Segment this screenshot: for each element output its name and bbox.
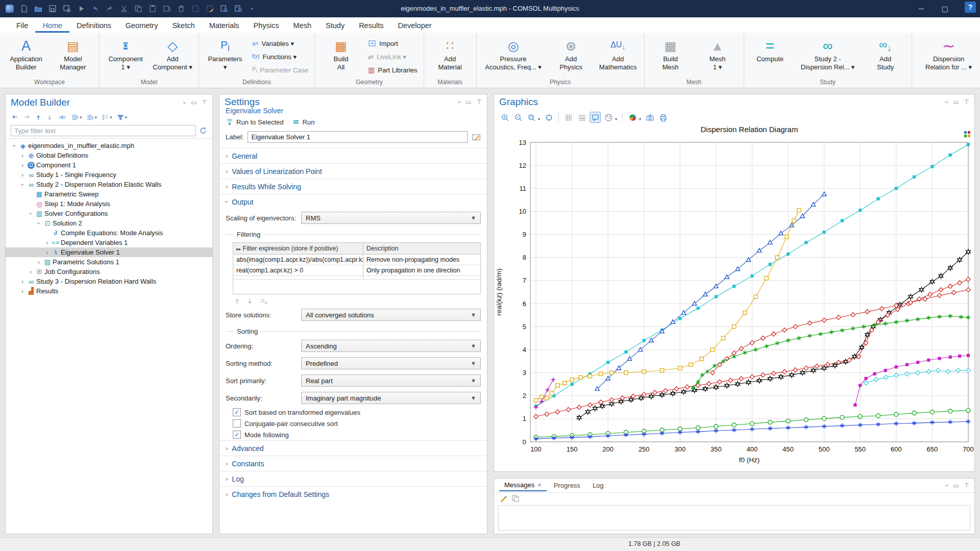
filter-expression-cell[interactable]: abs(imag(comp1.acpr.kz))/abs(comp1.acpr.… (233, 255, 363, 265)
description-cell[interactable]: Remove non-propagating modes (363, 255, 480, 265)
plot-marker-icon[interactable] (963, 130, 971, 140)
panel-menu-icon[interactable]: › (181, 102, 189, 104)
checked-checkbox-icon[interactable]: ✓ (233, 431, 241, 439)
mesh-button[interactable]: ▲Mesh1 ▾ (695, 36, 741, 72)
node-label-icon[interactable]: ▾ (101, 114, 112, 121)
pin-icon[interactable]: ⊤ (202, 99, 207, 106)
add-study-button[interactable]: ∞↓AddStudy (863, 36, 909, 72)
secondarily-dropdown[interactable]: Imaginary part magnitude▼ (301, 392, 481, 404)
section-log[interactable]: ›Log (219, 471, 487, 486)
add-physics-button[interactable]: ⊛AddPhysics (548, 36, 594, 72)
component-button[interactable]: ΩComponent1 ▾ (103, 36, 149, 72)
help-icon[interactable]: ? (965, 2, 976, 13)
menu-tab-sketch[interactable]: Sketch (165, 19, 202, 33)
maximize-button[interactable]: ▢ (933, 0, 957, 17)
section-changes-from-default-settings[interactable]: ›Changes from Default Settings (219, 486, 487, 502)
undo-icon[interactable] (89, 2, 102, 15)
panel-menu-icon[interactable]: › (943, 101, 951, 103)
cut-icon[interactable] (117, 2, 131, 15)
add-mathematics-button[interactable]: ΔU↓AddMathematics (595, 36, 641, 72)
section-general[interactable]: ›General (219, 148, 487, 163)
find-replace-icon[interactable] (232, 2, 245, 15)
run-button[interactable]: Run (292, 118, 315, 126)
move-up-icon[interactable] (234, 297, 241, 305)
checkbox-sort-based-on-transformed-eigenvalues[interactable]: ✓Sort based on transformed eigenvalues (219, 407, 487, 418)
part-libraries-button[interactable]: ▥Part Libraries (365, 64, 421, 76)
livelink-button[interactable]: ⇄LiveLink ▾ (365, 51, 421, 62)
expand-icon[interactable]: › (19, 171, 26, 179)
pin-icon[interactable]: ⊤ (964, 482, 969, 489)
collapse-icon[interactable]: › (11, 142, 18, 149)
collapse-all-icon[interactable]: ▾ (71, 114, 82, 121)
chevron-down-icon[interactable]: ▾ (639, 117, 641, 121)
tree-item-parametric-solutions-1[interactable]: ›▤Parametric Solutions 1 (6, 257, 212, 267)
section-values-of-linearization-point[interactable]: ›Values of Linearization Point (219, 163, 487, 179)
expand-icon[interactable]: › (27, 268, 34, 276)
parameter-case-button[interactable]: PiParameter Case (249, 64, 311, 76)
play-icon[interactable] (75, 2, 88, 15)
copy-icon[interactable] (132, 2, 145, 15)
sort-primarily-dropdown[interactable]: Real part▼ (301, 374, 481, 387)
menu-tab-file[interactable]: File (9, 19, 35, 33)
build-all-button[interactable]: ▦BuildAll (318, 36, 364, 72)
expand-icon[interactable]: › (43, 249, 51, 256)
column-header-filter-expression[interactable]: ▸▸ Filter expression (store if positive) (233, 243, 363, 254)
expand-icon[interactable]: › (19, 162, 26, 169)
column-header-description[interactable]: Description (363, 243, 480, 254)
tree-item-results[interactable]: ›▟Results (6, 286, 212, 296)
show-icon[interactable] (58, 114, 67, 121)
move-down-icon[interactable] (247, 297, 254, 305)
section-advanced[interactable]: ›Advanced (219, 440, 487, 456)
chevron-down-icon[interactable]: ▾ (615, 117, 617, 121)
expand-icon[interactable]: › (19, 288, 26, 295)
select-brush-icon[interactable] (203, 2, 216, 15)
expand-icon[interactable]: › (35, 259, 42, 266)
table-row[interactable]: real(comp1.acpr.kz) > 0Only propagation … (233, 265, 480, 276)
duplicate-icon[interactable] (160, 2, 174, 15)
horizontal-grid-icon[interactable] (576, 112, 587, 123)
collapse-icon[interactable]: › (35, 220, 42, 227)
redo-icon[interactable] (103, 2, 116, 15)
tree-item-dependent-variables-1[interactable]: ›u,wDependent Variables 1 (6, 238, 212, 247)
build-mesh-button[interactable]: ▦BuildMesh (648, 36, 694, 72)
zoom-out-icon[interactable] (512, 112, 524, 123)
checkbox-conjugate-pair-consecutive-sort[interactable]: Conjugate-pair consecutive sort (219, 418, 487, 429)
menu-tab-geometry[interactable]: Geometry (118, 19, 165, 33)
menu-tab-results[interactable]: Results (352, 19, 390, 33)
detach-panel-icon[interactable]: ▭ (953, 482, 959, 489)
tab-progress[interactable]: Progress (549, 480, 585, 491)
tree-item-component-1[interactable]: ›ΩComponent 1 (6, 160, 212, 170)
add-component-button[interactable]: ◇AddComponent ▾ (150, 36, 195, 72)
zoom-box-icon[interactable] (526, 112, 537, 123)
rename-icon[interactable] (472, 133, 481, 142)
section-constants[interactable]: ›Constants (219, 456, 487, 471)
pressure-acoustics-button[interactable]: ◎PressureAcoustics, Freq... ▾ (480, 36, 547, 72)
panel-menu-icon[interactable]: › (456, 101, 463, 103)
expand-icon[interactable]: › (43, 239, 51, 246)
run-to-selected-button[interactable]: Run to Selected (226, 118, 284, 126)
section-output[interactable]: ›Output (219, 194, 487, 209)
unchecked-checkbox-icon[interactable] (233, 419, 241, 428)
tree-filter-input[interactable] (11, 125, 196, 136)
minimize-button[interactable]: ─ (910, 0, 933, 17)
sorting-method-dropdown[interactable]: Predefined▼ (301, 357, 481, 369)
checked-checkbox-icon[interactable]: ✓ (233, 408, 241, 416)
tree-item-job-configurations[interactable]: ›⊞Job Configurations (6, 267, 212, 277)
collapse-icon[interactable]: › (27, 210, 34, 217)
zoom-in-icon[interactable] (499, 112, 510, 123)
tree-item-study-2-dispersion-relation-elastic-walls[interactable]: ›∞Study 2 - Dispersion Relation Elastic … (6, 180, 212, 189)
add-material-button[interactable]: ∷AddMaterial (427, 36, 473, 72)
delete-icon[interactable] (175, 2, 188, 15)
table-row[interactable] (233, 276, 480, 280)
study-button[interactable]: ∞Study 2 -Dispersion Rel... ▾ (794, 36, 862, 72)
more-commands-icon[interactable] (246, 2, 259, 15)
panel-menu-icon[interactable]: › (943, 484, 951, 486)
open-file-icon[interactable] (32, 2, 45, 15)
description-cell[interactable] (363, 276, 480, 279)
model-tree-filter-icon[interactable]: ▾ (116, 114, 128, 121)
menu-tab-study[interactable]: Study (318, 19, 352, 33)
close-tab-icon[interactable]: × (537, 481, 542, 489)
tree-item-global-definitions[interactable]: ›⊕Global Definitions (6, 151, 212, 160)
filter-expression-cell[interactable] (233, 276, 363, 279)
import-button[interactable]: Import (365, 38, 421, 49)
